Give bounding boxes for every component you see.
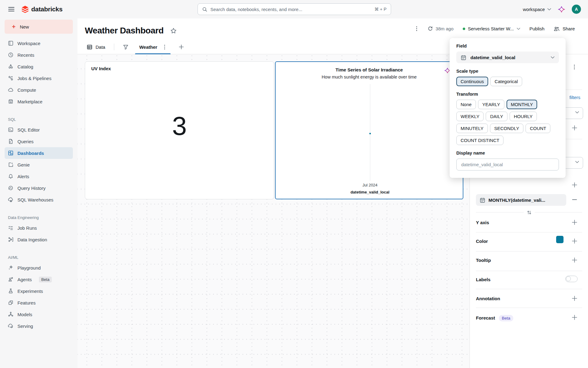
sidebar-item-marketplace[interactable]: Marketplace	[5, 96, 73, 107]
scale-categorical-button[interactable]: Categorical	[490, 77, 522, 86]
remove-field-minus-icon[interactable]	[571, 197, 578, 203]
transform-secondly-button[interactable]: SECONDLY	[490, 124, 523, 133]
warehouse-selector[interactable]: Serverless Starter W...	[463, 26, 520, 31]
transform-label: Transform	[456, 92, 559, 97]
tab-data-label: Data	[96, 44, 105, 50]
transform-daily-button[interactable]: DAILY	[486, 112, 507, 121]
sql-warehouses-icon	[8, 197, 13, 202]
sidebar-item-serving[interactable]: Serving	[5, 320, 73, 332]
sidebar-item-sql-warehouses[interactable]: SQL Warehouses	[5, 194, 73, 205]
job-runs-icon	[8, 225, 13, 231]
sidebar-item-alerts[interactable]: Alerts	[5, 171, 73, 182]
warehouse-status-dot	[463, 28, 465, 30]
color-swatch[interactable]	[556, 236, 564, 243]
chevron-down-icon	[575, 161, 579, 163]
sidebar-item-models[interactable]: Models	[5, 309, 73, 320]
dashboard-canvas[interactable]: UV Index 3 Time Series of Solar Irradian…	[77, 54, 469, 368]
sidebar-item-experiments[interactable]: Experiments	[5, 285, 73, 297]
dashboard-more-menu-icon[interactable]	[415, 25, 418, 32]
tab-weather[interactable]: Weather	[135, 40, 171, 54]
sidebar-item-queries[interactable]: Queries	[5, 136, 73, 147]
search-shortcut: ⌘ + P	[375, 7, 386, 12]
global-search[interactable]: ⌘ + P	[198, 3, 391, 15]
plus-icon[interactable]	[571, 182, 578, 188]
uv-index-widget[interactable]: UV Index 3	[85, 61, 274, 199]
transform-count-distinct-button[interactable]: COUNT DISTINCT	[456, 136, 503, 145]
add-y-axis-icon[interactable]	[571, 219, 578, 225]
transform-hourly-button[interactable]: HOURLY	[510, 112, 537, 121]
add-filters-link[interactable]: filters	[569, 95, 580, 100]
favorite-star-icon[interactable]	[170, 28, 177, 34]
x-axis-field-chip[interactable]: MONTHLY(datetime_vali...	[476, 194, 566, 206]
field-select[interactable]: datetime_valid_local	[456, 52, 559, 63]
add-color-icon[interactable]	[571, 238, 578, 244]
sidebar-item-jobs-pipelines[interactable]: Jobs & Pipelines	[5, 72, 73, 84]
sidebar-item-features[interactable]: Features	[5, 297, 73, 309]
sidebar-item-data-ingestion[interactable]: Data Ingestion	[5, 234, 73, 245]
scale-continuous-button[interactable]: Continuous	[456, 77, 488, 86]
calendar-icon	[461, 55, 466, 60]
section-header-aiml: AI/ML	[0, 253, 77, 262]
labels-toggle[interactable]	[565, 276, 578, 282]
tab-data[interactable]: Data	[87, 44, 105, 50]
new-button-label: New	[20, 24, 29, 29]
sidebar-item-job-runs[interactable]: Job Runs	[5, 222, 73, 234]
panel-divider	[476, 308, 582, 308]
sidebar-item-workspace[interactable]: Workspace	[5, 37, 73, 49]
sidebar-item-playground[interactable]: Playground	[5, 262, 73, 274]
transform-minutely-button[interactable]: MINUTELY	[456, 124, 488, 133]
chevron-down-icon	[517, 28, 520, 30]
labels-label: Labels	[476, 277, 491, 282]
databricks-brand[interactable]: databricks	[21, 5, 62, 13]
chart-data-point	[369, 133, 371, 134]
solar-irradiance-widget[interactable]: Time Series of Solar Irradiance How much…	[275, 61, 463, 199]
assistant-sparkle-icon[interactable]	[558, 6, 565, 13]
sidebar-item-query-history[interactable]: Query History	[5, 182, 73, 194]
search-input[interactable]	[210, 7, 375, 12]
page-title: Weather Dashboard	[85, 26, 164, 36]
transform-monthly-button[interactable]: MONTHLY	[507, 100, 537, 109]
tab-weather-menu-icon[interactable]	[163, 44, 166, 51]
sidebar-item-compute[interactable]: Compute	[5, 84, 73, 96]
field-label: Field	[456, 44, 559, 48]
sidebar-item-genie[interactable]: Genie	[5, 159, 73, 171]
add-annotation-icon[interactable]	[571, 295, 578, 301]
user-avatar[interactable]: A	[572, 5, 581, 14]
sidebar-item-catalog[interactable]: Catalog	[5, 61, 73, 72]
agents-beta-badge: Beta	[39, 277, 52, 282]
marketplace-icon	[8, 99, 13, 104]
queries-icon	[8, 139, 13, 144]
transform-none-button[interactable]: None	[456, 100, 476, 109]
catalog-icon	[8, 64, 13, 69]
data-table-icon	[87, 44, 92, 50]
transform-weekly-button[interactable]: WEEKLY	[456, 112, 484, 121]
transform-yearly-button[interactable]: YEARLY	[478, 100, 504, 109]
new-button[interactable]: + New	[5, 20, 73, 34]
add-tooltip-icon[interactable]	[571, 257, 578, 263]
widget-title: Time Series of Solar Irradiance	[276, 67, 463, 72]
add-page-button[interactable]	[179, 44, 184, 50]
add-forecast-icon[interactable]	[571, 314, 578, 320]
genie-icon	[8, 162, 13, 167]
section-header-sql: SQL	[0, 115, 77, 124]
publish-button[interactable]: Publish	[530, 26, 545, 31]
swap-axes-icon[interactable]	[524, 210, 535, 215]
sidebar-item-sql-editor[interactable]: SQL Editor	[5, 124, 73, 136]
playground-icon	[8, 265, 13, 270]
forecast-label: ForecastBeta	[476, 315, 513, 321]
refresh-status[interactable]: 38m ago	[428, 26, 453, 31]
workspace-switcher[interactable]: workspace	[523, 7, 551, 12]
toggle-knob	[566, 276, 571, 281]
transform-count-button[interactable]: COUNT	[526, 124, 550, 133]
share-label: Share	[563, 26, 575, 31]
plus-icon[interactable]	[571, 125, 578, 131]
display-name-input[interactable]	[456, 159, 559, 171]
hamburger-menu-icon[interactable]	[8, 7, 14, 12]
sidebar-item-dashboards[interactable]: Dashboards	[5, 147, 73, 159]
filters-tool-icon[interactable]	[123, 44, 129, 50]
sidebar-item-agents[interactable]: Agents Beta	[5, 274, 73, 285]
panel-more-menu-icon[interactable]	[573, 63, 576, 71]
sidebar-item-recents[interactable]: Recents	[5, 49, 73, 61]
share-button[interactable]: Share	[554, 26, 575, 32]
sql-editor-icon	[8, 127, 13, 132]
